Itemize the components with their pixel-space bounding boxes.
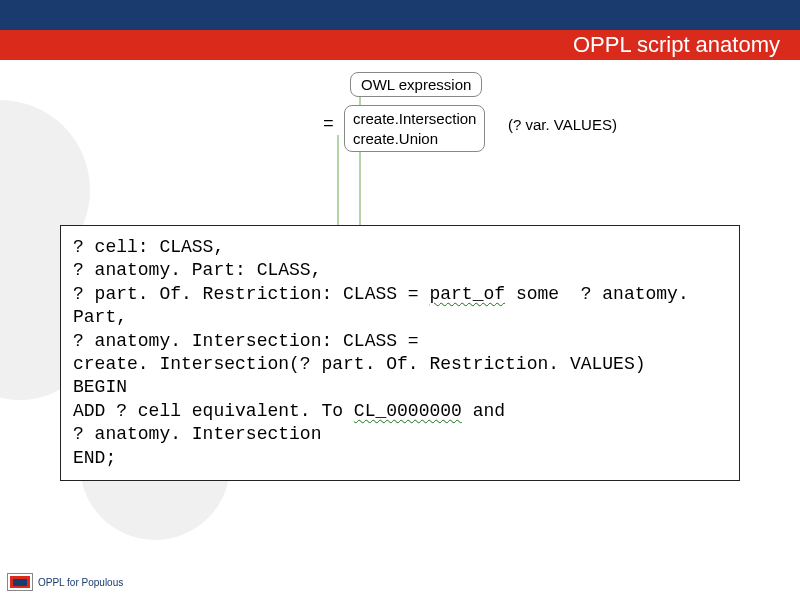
- footer-text: OPPL for Populous: [38, 577, 123, 588]
- code-line-8: ? anatomy. Intersection: [73, 423, 727, 446]
- footer-logo-icon: [8, 574, 32, 590]
- code-line-2: ? anatomy. Part: CLASS,: [73, 259, 727, 282]
- oppl-script-code-box: ? cell: CLASS, ? anatomy. Part: CLASS, ?…: [60, 225, 740, 481]
- code-line-4: ? anatomy. Intersection: CLASS =: [73, 330, 727, 353]
- header-blue-bar: [0, 0, 800, 30]
- slide-title: OPPL script anatomy: [573, 32, 780, 58]
- footer: OPPL for Populous: [8, 574, 123, 590]
- code-line-5: create. Intersection(? part. Of. Restric…: [73, 353, 727, 376]
- annotation-functions-box: create.Intersection create.Union: [344, 105, 485, 152]
- header-red-bar: OPPL script anatomy: [0, 30, 800, 60]
- code-l7a: ADD ? cell equivalent. To: [73, 401, 354, 421]
- code-l3a: ? part. Of. Restriction: CLASS =: [73, 284, 429, 304]
- annotation-var-values: (? var. VALUES): [508, 116, 617, 133]
- code-line-3: ? part. Of. Restriction: CLASS = part_of…: [73, 283, 727, 330]
- code-line-9: END;: [73, 447, 727, 470]
- code-line-7: ADD ? cell equivalent. To CL_0000000 and: [73, 400, 727, 423]
- code-l7-cl: CL_0000000: [354, 401, 462, 421]
- annotation-func-intersection: create.Intersection: [353, 109, 476, 129]
- annotation-func-union: create.Union: [353, 129, 476, 149]
- code-l7c: and: [462, 401, 505, 421]
- annotation-owl-expression: OWL expression: [350, 72, 482, 97]
- code-l3-partof: part_of: [429, 284, 505, 304]
- code-line-6: BEGIN: [73, 376, 727, 399]
- annotation-equals: =: [323, 114, 334, 134]
- code-line-1: ? cell: CLASS,: [73, 236, 727, 259]
